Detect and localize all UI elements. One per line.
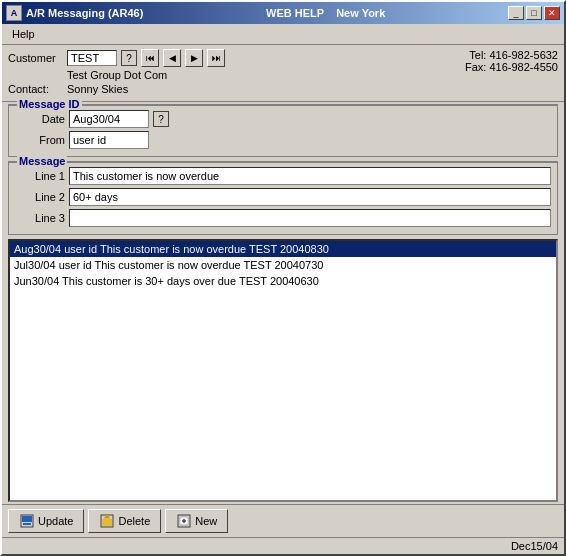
- line3-row: Line 3: [15, 209, 551, 227]
- line1-label: Line 1: [15, 170, 65, 182]
- from-input[interactable]: [69, 131, 149, 149]
- minimize-button[interactable]: _: [508, 6, 524, 20]
- customer-section: Customer ? ⏮ ◀ ▶ ⏭ Test Group Dot Com Co…: [2, 45, 564, 102]
- date-input[interactable]: [69, 110, 149, 128]
- customer-code-input[interactable]: [67, 50, 117, 66]
- update-button[interactable]: Update: [8, 509, 84, 533]
- line2-row: Line 2: [15, 188, 551, 206]
- list-item[interactable]: Aug30/04 user id This customer is now ov…: [10, 241, 556, 257]
- line1-row: Line 1: [15, 167, 551, 185]
- title-bar: A A/R Messaging (AR46) WEB HELP New York…: [2, 2, 564, 24]
- menu-help[interactable]: Help: [6, 26, 41, 42]
- from-label: From: [15, 134, 65, 146]
- message-list[interactable]: Aug30/04 user id This customer is now ov…: [8, 239, 558, 502]
- line3-input[interactable]: [69, 209, 551, 227]
- new-label: New: [195, 515, 217, 527]
- delete-label: Delete: [118, 515, 150, 527]
- title-bar-center: WEB HELP New York: [266, 7, 385, 19]
- tel-label: Tel:: [469, 49, 486, 61]
- customer-label: Customer: [8, 52, 63, 64]
- list-item[interactable]: Jun30/04 This customer is 30+ days over …: [10, 273, 556, 289]
- message-id-section: Message ID Date ? From: [8, 104, 558, 157]
- date-row: Date ?: [15, 110, 551, 128]
- customer-header: Customer ? ⏮ ◀ ▶ ⏭ Test Group Dot Com Co…: [8, 49, 558, 97]
- title-bar-left: A A/R Messaging (AR46): [6, 5, 143, 21]
- line2-label: Line 2: [15, 191, 65, 203]
- customer-left: Customer ? ⏮ ◀ ▶ ⏭ Test Group Dot Com Co…: [8, 49, 465, 97]
- location-text: New York: [336, 7, 385, 19]
- contact-row: Contact: Sonny Skies: [8, 83, 465, 95]
- contact-name: Sonny Skies: [67, 83, 128, 95]
- message-section-label: Message: [17, 155, 67, 167]
- tel-fax-section: Tel: 416-982-5632 Fax: 416-982-4550: [465, 49, 558, 73]
- customer-row: Customer ? ⏮ ◀ ▶ ⏭: [8, 49, 465, 67]
- nav-first-button[interactable]: ⏮: [141, 49, 159, 67]
- contact-label: Contact:: [8, 83, 63, 95]
- message-id-wrapper: Message ID Date ? From: [2, 102, 564, 159]
- new-button[interactable]: New: [165, 509, 228, 533]
- window-title: A/R Messaging (AR46): [26, 7, 143, 19]
- update-label: Update: [38, 515, 73, 527]
- tel-value: 416-982-5632: [489, 49, 558, 61]
- company-row: Test Group Dot Com: [8, 69, 465, 81]
- nav-prev-button[interactable]: ◀: [163, 49, 181, 67]
- title-bar-controls: _ □ ✕: [508, 6, 560, 20]
- fax-value: 416-982-4550: [489, 61, 558, 73]
- maximize-button[interactable]: □: [526, 6, 542, 20]
- fax-row: Fax: 416-982-4550: [465, 61, 558, 73]
- nav-last-button[interactable]: ⏭: [207, 49, 225, 67]
- update-icon: [19, 513, 35, 529]
- app-icon: A: [6, 5, 22, 21]
- tel-row: Tel: 416-982-5632: [465, 49, 558, 61]
- nav-next-button[interactable]: ▶: [185, 49, 203, 67]
- close-button[interactable]: ✕: [544, 6, 560, 20]
- svg-rect-1: [22, 516, 32, 522]
- date-label: Date: [15, 113, 65, 125]
- new-icon: [176, 513, 192, 529]
- svg-rect-2: [23, 523, 31, 525]
- line1-input[interactable]: [69, 167, 551, 185]
- line3-label: Line 3: [15, 212, 65, 224]
- help-text: WEB HELP: [266, 7, 324, 19]
- message-section: Message Line 1 Line 2 Line 3: [8, 161, 558, 235]
- fax-label: Fax:: [465, 61, 486, 73]
- main-window: A A/R Messaging (AR46) WEB HELP New York…: [0, 0, 566, 556]
- date-question-button[interactable]: ?: [153, 111, 169, 127]
- footer-buttons: Update Delete: [8, 509, 228, 533]
- line2-input[interactable]: [69, 188, 551, 206]
- company-name: Test Group Dot Com: [67, 69, 167, 81]
- status-date: Dec15/04: [511, 540, 558, 552]
- delete-button[interactable]: Delete: [88, 509, 161, 533]
- message-id-label: Message ID: [17, 98, 82, 110]
- customer-question-button[interactable]: ?: [121, 50, 137, 66]
- status-bar: Dec15/04: [2, 537, 564, 554]
- list-item[interactable]: Jul30/04 user id This customer is now ov…: [10, 257, 556, 273]
- message-wrapper: Message Line 1 Line 2 Line 3: [2, 159, 564, 237]
- footer: Update Delete: [2, 504, 564, 537]
- svg-rect-5: [105, 515, 109, 518]
- from-row: From: [15, 131, 551, 149]
- delete-icon: [99, 513, 115, 529]
- menu-bar: Help: [2, 24, 564, 45]
